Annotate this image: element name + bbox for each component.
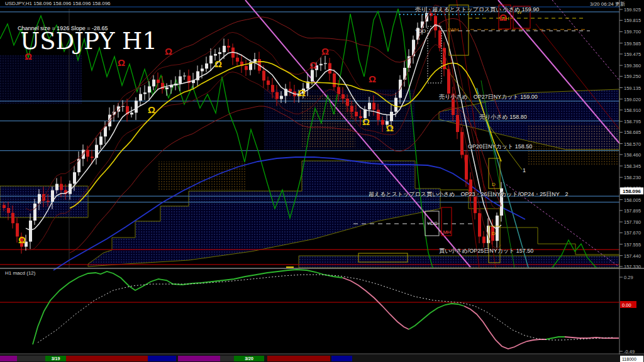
timeline-segment	[66, 356, 148, 361]
candle	[209, 56, 213, 63]
candle	[465, 155, 468, 179]
svg-text:159.250: 159.250	[624, 74, 641, 79]
svg-text:157.555: 157.555	[624, 242, 641, 248]
omega-sell-signal: Ω	[309, 60, 317, 70]
candle	[183, 75, 186, 76]
candle	[73, 172, 76, 184]
tag-label-lmh: LMH	[440, 229, 451, 235]
candle	[381, 120, 384, 125]
price-annotation: 売り小さめ 158.80	[479, 113, 527, 121]
svg-text:3/20: 3/20	[245, 356, 253, 361]
candle	[227, 46, 230, 48]
macd-indicator-label: H1 macd (12)	[5, 270, 35, 276]
svg-text:157.440: 157.440	[624, 253, 641, 259]
svg-text:158.685: 158.685	[624, 129, 641, 135]
candle	[214, 54, 217, 56]
senkou-dotted-area	[528, 126, 619, 165]
candle	[130, 112, 133, 114]
svg-text:158.096: 158.096	[623, 189, 641, 194]
candle	[377, 110, 380, 120]
candle	[267, 80, 270, 85]
trading-app-window: YDHLWHYDOYDCLMHWDDΩΩΩΩΩΩΩΩΩΩΩΩΩ159.92515…	[0, 0, 644, 362]
omega-sell-signal: Ω	[118, 57, 125, 68]
candle	[179, 76, 182, 84]
timeline-segment	[178, 356, 220, 361]
senkou-dotted-area	[157, 162, 245, 190]
timeline-segment	[267, 356, 330, 361]
svg-text:158.795: 158.795	[624, 119, 641, 124]
candle	[143, 92, 147, 94]
tag-label-lwh: LWH	[448, 27, 458, 33]
candle	[408, 56, 411, 68]
tag-label-ydc: YDC	[427, 221, 438, 226]
svg-text:158.460: 158.460	[624, 152, 641, 158]
candle	[456, 115, 459, 132]
candle	[271, 85, 274, 92]
candle	[205, 63, 208, 69]
candle	[157, 80, 160, 83]
candle	[337, 87, 340, 94]
svg-text:159.925: 159.925	[624, 7, 641, 13]
candle	[438, 30, 441, 48]
candle	[152, 80, 155, 87]
candle	[478, 213, 481, 236]
candle	[350, 106, 353, 111]
svg-text:157.780: 157.780	[624, 219, 641, 225]
candle	[91, 156, 94, 158]
candle	[319, 64, 323, 65]
svg-text:158.230: 158.230	[624, 175, 641, 180]
omega-sell-signal: Ω	[165, 46, 172, 57]
candle	[7, 208, 10, 213]
svg-text:159.475: 159.475	[624, 52, 641, 57]
omega-buy-signal: Ω	[298, 87, 306, 98]
price-annotation: 売り小さめ OP27日NYカット 159.00	[439, 93, 538, 101]
candle	[139, 94, 142, 101]
candle	[275, 92, 279, 99]
candle	[390, 112, 393, 121]
candle	[328, 63, 331, 73]
candle	[460, 132, 464, 155]
candle	[135, 101, 138, 112]
candle	[372, 103, 375, 110]
svg-text:0.29: 0.29	[624, 275, 633, 280]
candle	[236, 58, 239, 62]
candle	[3, 205, 6, 208]
channel-info-label: Channel size = 1926 Slope = -28.65	[18, 25, 108, 31]
candle	[165, 87, 169, 89]
svg-text:159.700: 159.700	[624, 29, 641, 35]
omega-buy-signal: Ω	[214, 58, 222, 69]
omega-buy-signal: Ω	[148, 104, 155, 115]
omega-sell-signal: Ω	[369, 74, 376, 84]
candle	[60, 184, 63, 190]
last-updated-timestamp: 3/20 06:24 更新	[590, 1, 625, 8]
svg-text:158.570: 158.570	[624, 141, 641, 147]
svg-text:158.910: 158.910	[624, 107, 641, 113]
candle	[47, 200, 50, 202]
price-annotation: OP20日NYカット 158.50	[468, 143, 532, 151]
omega-buy-signal: Ω	[362, 116, 370, 127]
svg-text:157.670: 157.670	[624, 230, 641, 236]
candle	[355, 112, 358, 116]
chart-title: USDJPY H1	[20, 28, 157, 55]
candle	[29, 221, 32, 242]
kumo-cloud	[299, 256, 619, 268]
candle	[33, 204, 36, 221]
candle	[333, 74, 336, 87]
svg-text:118000: 118000	[622, 357, 636, 361]
svg-text:159.135: 159.135	[624, 85, 641, 91]
candle	[55, 184, 58, 190]
candle	[11, 213, 14, 223]
price-annotation: 買い小さめ/OP25日NYカット 157.50	[439, 247, 533, 255]
candle	[346, 99, 349, 106]
candle	[245, 66, 248, 70]
candle	[434, 16, 437, 30]
svg-text:159.815: 159.815	[624, 18, 641, 23]
candle	[482, 236, 486, 243]
timeline-segment	[0, 356, 17, 361]
candle	[474, 197, 477, 214]
candle	[262, 71, 265, 81]
candle	[218, 52, 221, 54]
timeline-segment	[148, 356, 176, 361]
candle	[201, 69, 204, 71]
candle	[324, 63, 327, 63]
